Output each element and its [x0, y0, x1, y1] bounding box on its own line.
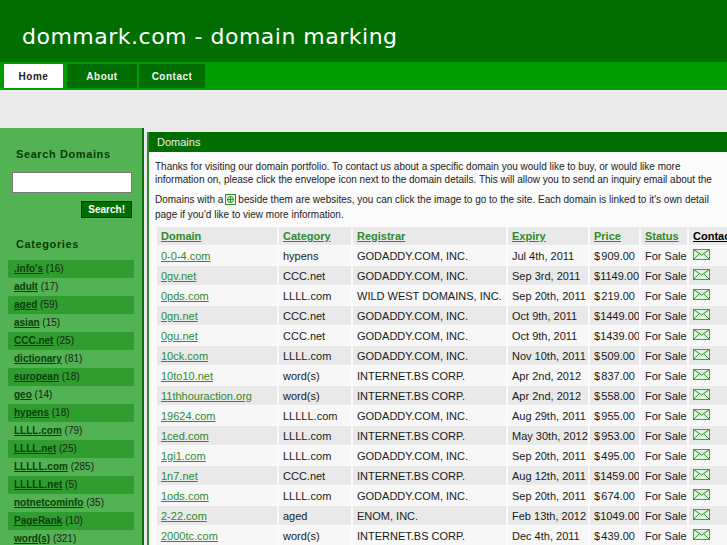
domain-link[interactable]: 1gi1.com — [161, 450, 206, 462]
cell-price: $837.00 — [590, 366, 639, 385]
cell-status: For Sale — [641, 486, 687, 505]
cell-status: For Sale — [641, 326, 687, 345]
domain-link[interactable]: 10to10.net — [161, 370, 213, 382]
category-link[interactable]: asian — [14, 317, 40, 328]
cell-price: $219.00 — [590, 286, 639, 305]
cell-contact — [689, 386, 727, 405]
price-amount: 1449.00 — [600, 307, 639, 325]
cell-price: $439.00 — [590, 526, 639, 545]
intro-paragraph-1: Thanks for visiting our domain portfolio… — [155, 160, 721, 187]
app-header: dommark.com - domain marking — [0, 0, 727, 62]
contact-header-label: Contact — [693, 230, 727, 242]
category-link[interactable]: notnetcominfo — [14, 497, 83, 508]
cell-category: CCC.net — [279, 466, 351, 485]
tab-home[interactable]: Home — [4, 64, 63, 88]
envelope-icon[interactable] — [693, 369, 710, 380]
category-link[interactable]: PageRank — [14, 515, 62, 526]
domain-link[interactable]: 0gu.net — [161, 330, 198, 342]
cell-contact — [689, 406, 727, 425]
envelope-icon[interactable] — [693, 449, 710, 460]
cell-price: $674.00 — [590, 486, 639, 505]
sort-status-link[interactable]: Status — [645, 230, 679, 242]
category-count: (59) — [37, 299, 58, 310]
search-input[interactable] — [12, 172, 132, 193]
envelope-icon[interactable] — [693, 409, 710, 420]
category-link[interactable]: adult — [14, 281, 38, 292]
cell-contact — [689, 346, 727, 365]
categories-heading: Categories — [16, 238, 142, 250]
domain-row: 1gi1.com LLLL.com GODADDY.COM, INC. Sep … — [157, 446, 727, 465]
sort-category-link[interactable]: Category — [283, 230, 331, 242]
tab-contact[interactable]: Contact — [139, 64, 205, 88]
domain-link[interactable]: 11thhouraction.org — [161, 390, 252, 402]
sort-registrar-link[interactable]: Registrar — [357, 230, 405, 242]
intro2-pre: Domains with a — [155, 194, 223, 205]
category-item: geo (14) — [8, 386, 134, 404]
domain-link[interactable]: 19624.com — [161, 410, 215, 422]
category-link[interactable]: LLLL.com — [14, 425, 62, 436]
envelope-icon[interactable] — [693, 329, 710, 340]
cell-price: $955.00 — [590, 406, 639, 425]
category-link[interactable]: word(s) — [14, 533, 50, 544]
cell-category: word(s) — [279, 366, 351, 385]
sort-price-link[interactable]: Price — [594, 230, 621, 242]
envelope-icon[interactable] — [693, 249, 710, 260]
cell-price: $1149.00 — [590, 266, 639, 285]
domain-link[interactable]: 10ck.com — [161, 350, 208, 362]
envelope-icon[interactable] — [693, 469, 710, 480]
domain-row: 2-22.com aged ENOM, INC. Feb 13th, 2012 … — [157, 506, 727, 525]
category-link[interactable]: aged — [14, 299, 37, 310]
search-button[interactable]: Search! — [81, 201, 132, 218]
cell-expiry: Sep 20th, 2011 — [508, 446, 588, 465]
envelope-icon[interactable] — [693, 429, 710, 440]
cell-status: For Sale — [641, 466, 687, 485]
category-count: (17) — [38, 281, 59, 292]
domain-link[interactable]: 0-0-4.com — [161, 250, 211, 262]
category-item: .info's (16) — [8, 260, 134, 278]
domain-link[interactable]: 1ced.com — [161, 430, 209, 442]
domain-link[interactable]: 0pds.com — [161, 290, 209, 302]
price-amount: 558.00 — [601, 387, 635, 405]
category-link[interactable]: CCC.net — [14, 335, 53, 346]
search-button-row: Search! — [12, 199, 132, 218]
category-link[interactable]: european — [14, 371, 59, 382]
header-price: Price — [590, 227, 639, 245]
category-link[interactable]: hypens — [14, 407, 49, 418]
cell-registrar: INTERNET.BS CORP. — [353, 466, 506, 485]
category-link[interactable]: geo — [14, 389, 32, 400]
domain-link[interactable]: 1n7.net — [161, 470, 198, 482]
cell-domain: 0-0-4.com — [157, 246, 277, 265]
envelope-icon[interactable] — [693, 529, 710, 540]
tab-about[interactable]: About — [67, 64, 137, 88]
cell-registrar: INTERNET.BS CORP. — [353, 526, 506, 545]
domain-link[interactable]: 0gv.net — [161, 270, 196, 282]
category-link[interactable]: .info's — [14, 263, 43, 274]
envelope-icon[interactable] — [693, 309, 710, 320]
envelope-icon[interactable] — [693, 509, 710, 520]
cell-price: $909.00 — [590, 246, 639, 265]
cell-contact — [689, 326, 727, 345]
category-item: LLLL.net (25) — [8, 440, 134, 458]
category-item: asian (15) — [8, 314, 134, 332]
category-link[interactable]: LLLLL.net — [14, 479, 62, 490]
envelope-icon[interactable] — [693, 289, 710, 300]
domain-link[interactable]: 2000tc.com — [161, 530, 218, 542]
domain-link[interactable]: 0gn.net — [161, 310, 198, 322]
sort-domain-link[interactable]: Domain — [161, 230, 201, 242]
envelope-icon[interactable] — [693, 349, 710, 360]
category-link[interactable]: dictionary — [14, 353, 62, 364]
sidebar: Search Domains Search! Categories .info'… — [0, 128, 144, 545]
sort-expiry-link[interactable]: Expiry — [512, 230, 546, 242]
envelope-icon[interactable] — [693, 389, 710, 400]
envelope-icon[interactable] — [693, 269, 710, 280]
header-domain: Domain — [157, 227, 277, 245]
category-link[interactable]: LLLLL.com — [14, 461, 68, 472]
category-link[interactable]: LLLL.net — [14, 443, 56, 454]
category-count: (25) — [53, 335, 74, 346]
cell-domain: 0gn.net — [157, 306, 277, 325]
domain-link[interactable]: 2-22.com — [161, 510, 207, 522]
cell-status: For Sale — [641, 406, 687, 425]
domain-link[interactable]: 1ods.com — [161, 490, 209, 502]
domain-row: 1ods.com LLLL.com GODADDY.COM, INC. Sep … — [157, 486, 727, 505]
envelope-icon[interactable] — [693, 489, 710, 500]
